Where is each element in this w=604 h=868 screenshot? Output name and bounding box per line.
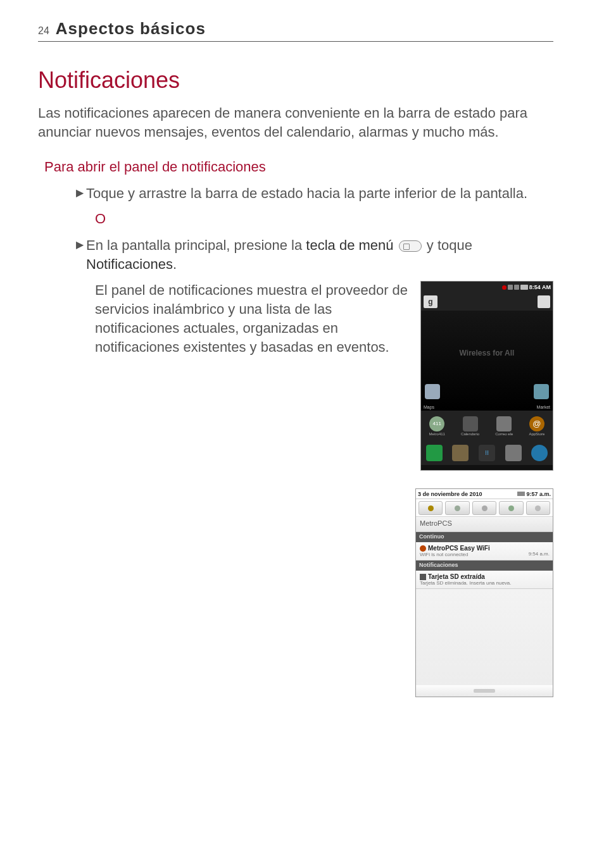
- app-label: Maps: [424, 405, 434, 409]
- status-bar: 3 de noviembre de 2010 9:57 a.m.: [416, 489, 553, 499]
- phone-nav-icon: [426, 445, 443, 461]
- notification-time: 9:54 a.m.: [529, 551, 550, 557]
- panel-drag-handle: [416, 685, 553, 697]
- gps-icon: [508, 505, 514, 511]
- battery-icon: [517, 492, 525, 496]
- dock-app: Calendario: [461, 416, 479, 436]
- step-text: En la pantalla principal, presione la te…: [86, 236, 553, 273]
- sd-card-icon: [420, 574, 426, 580]
- google-icon: g: [424, 295, 437, 308]
- subsection-title: Para abrir el panel de notificaciones: [44, 159, 553, 175]
- app-label: Metro411: [429, 432, 445, 436]
- app-label: Market: [537, 405, 550, 409]
- notifications-section-header: Notificaciones: [416, 561, 553, 571]
- recording-indicator-icon: [502, 285, 506, 290]
- signal-icon: [514, 285, 519, 290]
- dock-app: @AppStore: [529, 416, 544, 436]
- page-header: 24 Aspectos básicos: [38, 19, 553, 42]
- maps-app-icon: [425, 384, 440, 399]
- home-screen-screenshot: 8:54 AM g Wireless for All Maps Market 4…: [420, 281, 553, 471]
- instruction-step-2: ▶ En la pantalla principal, presione la …: [76, 236, 553, 273]
- app-dock-row: 411Metro411 Calendario Correo ele @AppSt…: [421, 411, 553, 441]
- bluetooth-icon: [482, 505, 488, 511]
- carrier-label: MetroPCS: [416, 517, 553, 532]
- sound-icon: [428, 505, 434, 511]
- status-time: 8:54 AM: [529, 284, 551, 290]
- notification-item-wifi: MetroPCS Easy WiFi WiFi is not connected…: [416, 542, 553, 561]
- airplane-icon: [535, 505, 541, 511]
- menu-key-label: tecla de menú: [306, 237, 393, 253]
- text-fragment: En la pantalla principal, presione la: [86, 237, 306, 253]
- messaging-nav-icon: [505, 445, 522, 461]
- notification-subtitle: Tarjeta SD eliminada. Inserta una nueva.: [420, 580, 549, 586]
- notification-panel-screenshot: 3 de noviembre de 2010 9:57 a.m. MetroPC…: [415, 488, 553, 697]
- quick-settings-row: [416, 499, 553, 517]
- status-date: 3 de noviembre de 2010: [418, 491, 482, 497]
- panel-description: El panel de notificaciones muestra el pr…: [95, 281, 409, 356]
- search-widget: g: [421, 293, 553, 311]
- intro-paragraph: Las notificaciones aparecen de manera co…: [38, 104, 553, 141]
- calendar-icon: [463, 416, 478, 431]
- wallpaper-area: Wireless for All Maps Market: [421, 311, 553, 411]
- microphone-icon: [538, 295, 550, 308]
- wifi-toggle: [445, 501, 469, 515]
- battery-icon: [520, 285, 528, 290]
- app-label: AppStore: [529, 432, 544, 436]
- notification-item-sd: Tarjeta SD extraída Tarjeta SD eliminada…: [416, 571, 553, 589]
- or-separator: O: [95, 211, 553, 227]
- market-app-icon: [534, 384, 549, 399]
- signal-icon: [508, 285, 513, 290]
- browser-nav-icon: [531, 445, 548, 461]
- wallpaper-text: Wireless for All: [421, 349, 553, 357]
- notification-title: MetroPCS Easy WiFi: [428, 545, 490, 552]
- gps-toggle: [499, 501, 523, 515]
- grip-icon: [474, 689, 495, 693]
- apps-nav-icon: ⁞⁞: [479, 445, 495, 461]
- ongoing-section-header: Continuo: [416, 532, 553, 542]
- dock-app: 411Metro411: [429, 416, 445, 436]
- app-label: Calendario: [461, 432, 479, 436]
- notification-title: Tarjeta SD extraída: [428, 573, 485, 580]
- dock-app: Correo ele: [495, 416, 513, 436]
- status-time: 9:57 a.m.: [526, 491, 551, 497]
- wifi-notification-icon: [420, 545, 426, 552]
- step-text: Toque y arrastre la barra de estado haci…: [86, 184, 553, 203]
- airplane-toggle: [526, 501, 550, 515]
- section-title: Notificaciones: [38, 67, 553, 94]
- text-fragment: y toque: [423, 237, 472, 253]
- notifications-label: Notificaciones: [86, 256, 173, 272]
- text-fragment: .: [173, 256, 177, 272]
- wifi-icon: [455, 505, 460, 511]
- menu-key-icon: [399, 240, 422, 252]
- email-icon: [496, 416, 512, 431]
- page-number: 24: [38, 25, 49, 37]
- triangle-bullet-icon: ▶: [76, 184, 84, 202]
- contacts-nav-icon: [452, 445, 469, 461]
- triangle-bullet-icon: ▶: [76, 236, 84, 254]
- sound-toggle: [418, 501, 443, 515]
- appstore-icon: @: [529, 416, 544, 431]
- empty-area: [416, 589, 553, 685]
- metro411-icon: 411: [429, 416, 444, 431]
- instruction-step-1: ▶ Toque y arrastre la barra de estado ha…: [76, 184, 553, 203]
- app-label: Correo ele: [495, 432, 513, 436]
- bluetooth-toggle: [472, 501, 496, 515]
- chapter-title: Aspectos básicos: [56, 19, 206, 39]
- nav-dock: ⁞⁞: [421, 441, 553, 465]
- status-bar: 8:54 AM: [421, 282, 553, 293]
